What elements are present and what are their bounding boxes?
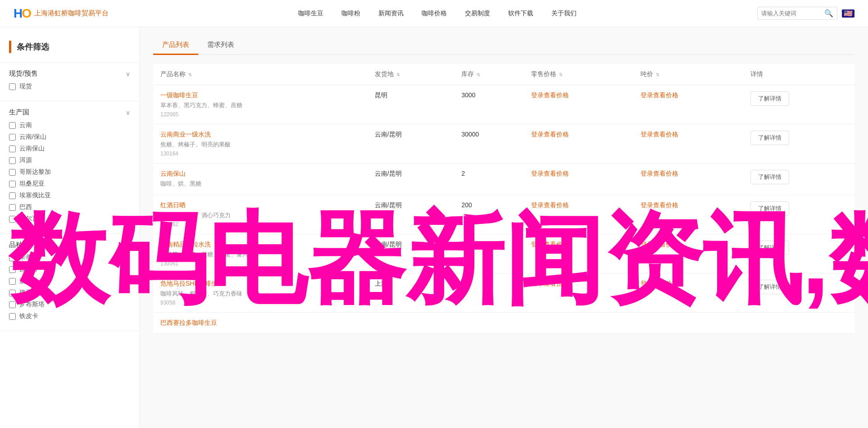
ton-price-login-3[interactable]: 登录查看价格 <box>641 201 678 209</box>
product-name-link-2[interactable]: 云南保山 <box>160 170 360 178</box>
detail-button-3[interactable]: 了解详情 <box>750 201 789 216</box>
filter-item-typica: 铁皮卡 <box>9 312 130 320</box>
filter-item-eryuan: 洱源 <box>9 156 130 164</box>
table-row: 一级咖啡生豆 草本香、黑巧克力、蜂蜜、蔗糖 122065 昆明 3000 登录查… <box>153 85 854 124</box>
th-product-name: 产品名称 ⇅ <box>153 64 368 85</box>
sidebar-header: 条件筛选 <box>0 36 139 63</box>
header-right: 🔍 🇺🇸 <box>757 7 854 20</box>
retail-price-login-2[interactable]: 登录查看价格 <box>531 170 569 177</box>
ton-price-login-2[interactable]: 登录查看价格 <box>641 170 678 177</box>
sort-icon-ton: ⇅ <box>656 72 659 77</box>
ton-price-login-4[interactable]: 登录查看价格 <box>641 241 678 248</box>
sort-icon-retail: ⇅ <box>559 72 563 77</box>
filter-item-brazil: 巴西 <box>9 203 130 211</box>
retail-price-login-5[interactable]: 登录查看价格 <box>531 280 569 287</box>
filter-stock-header[interactable]: 现货/预售 ∨ <box>9 69 130 78</box>
td-detail-5: 了解详情 <box>743 273 854 312</box>
detail-button-1[interactable]: 了解详情 <box>750 131 789 145</box>
detail-button-0[interactable]: 了解详情 <box>750 91 789 106</box>
td-stock-1: 30000 <box>454 124 524 164</box>
label-eryuan[interactable]: 洱源 <box>19 156 32 164</box>
td-retail-price-4: 登录查看价格 <box>524 234 633 273</box>
checkbox-ethiopia[interactable] <box>9 192 16 199</box>
checkbox-eryuan[interactable] <box>9 157 16 164</box>
nav-news[interactable]: 新闻资讯 <box>378 9 404 18</box>
ton-price-login-5[interactable]: 登录查看价格 <box>641 280 678 287</box>
sort-icon-name: ⇅ <box>188 72 192 77</box>
product-name-link-0[interactable]: 一级咖啡生豆 <box>160 91 360 100</box>
filter-country-header[interactable]: 生产国 ∨ <box>9 108 130 117</box>
checkbox-geisha[interactable] <box>9 290 16 296</box>
checkbox-salvador[interactable] <box>9 216 16 223</box>
label-ethiopia[interactable]: 埃塞俄比亚 <box>19 191 51 200</box>
nav-trade[interactable]: 交易制度 <box>465 9 490 18</box>
filter-item-bourbon: 波旁 <box>9 277 130 285</box>
table-header-row: 产品名称 ⇅ 发货地 ⇅ 库存 ⇅ 零售价格 ⇅ 吨价 ⇅ 详情 <box>153 64 854 85</box>
language-switcher[interactable]: 🇺🇸 <box>842 9 854 18</box>
product-name-link-5[interactable]: 危地马拉SHB咖啡生豆 <box>160 280 360 288</box>
td-product-name-6: 巴西赛拉多咖啡生豆 <box>153 313 368 334</box>
main-layout: 条件筛选 现货/预售 ∨ 现货 生产国 ∨ 云南 <box>0 27 868 428</box>
label-costarica[interactable]: 哥斯达黎加 <box>19 168 51 176</box>
checkbox-catimor[interactable] <box>9 255 16 261</box>
product-name-link-3[interactable]: 红酒日晒 <box>160 201 360 209</box>
label-catimor[interactable]: 卡蒂姆 <box>19 254 38 262</box>
label-geisha[interactable]: 瑰夏种 <box>19 289 38 297</box>
checkbox-robusta[interactable] <box>9 301 16 308</box>
main-nav: 咖啡生豆 咖啡粉 新闻资讯 咖啡价格 交易制度 软件下载 关于我们 <box>118 9 757 18</box>
nav-about[interactable]: 关于我们 <box>551 9 577 18</box>
nav-coffee-beans[interactable]: 咖啡生豆 <box>298 9 323 18</box>
sidebar-accent <box>9 41 11 53</box>
label-tanzania[interactable]: 坦桑尼亚 <box>19 180 45 188</box>
detail-button-5[interactable]: 了解详情 <box>750 280 789 294</box>
retail-price-login-3[interactable]: 登录查看价格 <box>531 201 569 209</box>
label-robusta[interactable]: 罗布斯塔 <box>19 301 45 309</box>
checkbox-xianhuo[interactable] <box>9 83 16 90</box>
checkbox-brazil[interactable] <box>9 204 16 211</box>
label-native[interactable]: 原生种 <box>19 265 38 273</box>
filter-section-country: 生产国 ∨ 云南 云南/保山 云南保山 洱源 哥斯达黎加 <box>0 101 139 234</box>
product-name-link-4[interactable]: 云南精品小粒水洗 <box>160 241 360 249</box>
ton-price-login-0[interactable]: 登录查看价格 <box>641 91 678 99</box>
checkbox-yunnan-baoshan[interactable] <box>9 134 16 141</box>
filter-variety-header[interactable]: 品种 ∨ <box>9 241 130 249</box>
tab-demand-list[interactable]: 需求列表 <box>198 36 243 55</box>
label-yunnan-baoshan[interactable]: 云南/保山 <box>19 133 46 141</box>
retail-price-login-4[interactable]: 登录查看价格 <box>531 241 569 248</box>
retail-price-login-1[interactable]: 登录查看价格 <box>531 131 569 138</box>
th-origin: 发货地 ⇅ <box>368 64 454 85</box>
label-yunnan[interactable]: 云南 <box>19 121 32 129</box>
label-brazil[interactable]: 巴西 <box>19 203 32 211</box>
checkbox-native[interactable] <box>9 266 16 273</box>
nav-price[interactable]: 咖啡价格 <box>422 9 447 18</box>
filter-item-tanzania: 坦桑尼亚 <box>9 180 130 188</box>
checkbox-yunnan[interactable] <box>9 122 16 129</box>
td-product-name-1: 云南商业一级水洗 焦糖、烤榛子、明亮的果酸 130164 <box>153 124 368 164</box>
header: HO 上海港虹桥咖啡贸易平台 咖啡生豆 咖啡粉 新闻资讯 咖啡价格 交易制度 软… <box>0 0 868 27</box>
nav-coffee-powder[interactable]: 咖啡粉 <box>341 9 360 18</box>
td-origin-3: 云南/昆明 <box>368 195 454 234</box>
checkbox-typica[interactable] <box>9 313 16 320</box>
checkbox-tanzania[interactable] <box>9 181 16 187</box>
product-name-link-6[interactable]: 巴西赛拉多咖啡生豆 <box>160 319 360 327</box>
retail-price-login-0[interactable]: 登录查看价格 <box>531 91 569 99</box>
checkbox-bourbon[interactable] <box>9 278 16 285</box>
checkbox-yunnan-baoshan2[interactable] <box>9 146 16 152</box>
label-typica[interactable]: 铁皮卡 <box>19 312 38 320</box>
nav-download[interactable]: 软件下载 <box>508 9 533 18</box>
label-xianhuo[interactable]: 现货 <box>19 82 32 91</box>
product-id-1: 130164 <box>160 150 360 157</box>
td-origin-5: 上海 <box>368 273 454 312</box>
detail-button-2[interactable]: 了解详情 <box>750 170 789 184</box>
label-bourbon[interactable]: 波旁 <box>19 277 32 285</box>
label-yunnan-baoshan2[interactable]: 云南保山 <box>19 145 45 153</box>
detail-button-4[interactable]: 了解详情 <box>750 241 789 255</box>
search-button[interactable]: 🔍 <box>824 9 833 18</box>
ton-price-login-1[interactable]: 登录查看价格 <box>641 131 678 138</box>
tab-product-list[interactable]: 产品列表 <box>153 36 198 55</box>
search-input[interactable] <box>761 10 824 17</box>
td-origin-0: 昆明 <box>368 85 454 124</box>
checkbox-costarica[interactable] <box>9 169 16 176</box>
product-name-link-1[interactable]: 云南商业一级水洗 <box>160 131 360 139</box>
label-salvador[interactable]: 萨尔瓦多 <box>19 215 45 223</box>
